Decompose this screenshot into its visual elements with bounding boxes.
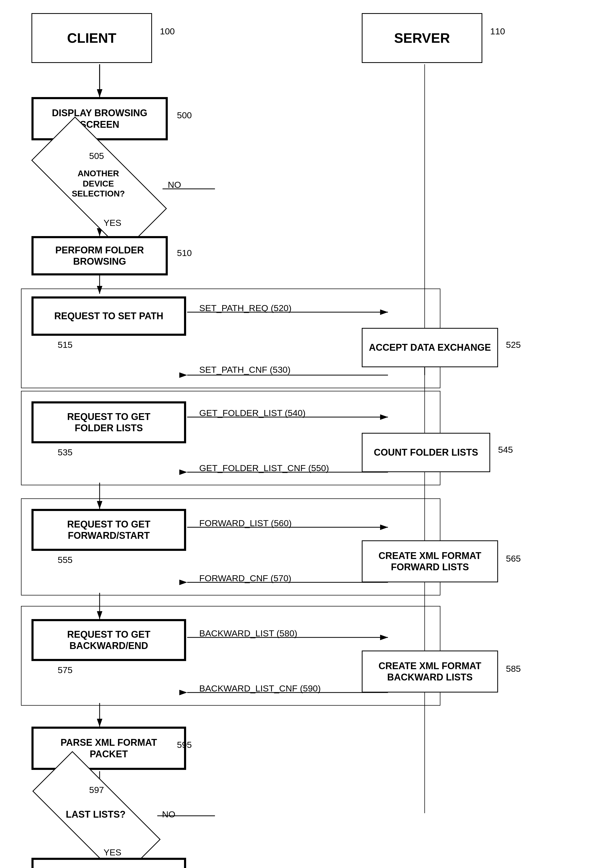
yes-label-device: YES xyxy=(103,218,121,228)
forward-cnf-label: FORWARD_CNF (570) xyxy=(199,573,291,583)
ref-545: 545 xyxy=(498,444,513,455)
create-xml-forward-box: CREATE XML FORMAT FORWARD LISTS xyxy=(362,540,498,582)
ref-515: 515 xyxy=(57,340,72,350)
perform-folder-box: PERFORM FOLDER BROWSING xyxy=(31,236,168,275)
ref-555: 555 xyxy=(57,555,72,565)
request-forward-box: REQUEST TO GET FORWARD/START xyxy=(31,509,186,551)
ref-110: 110 xyxy=(490,26,505,37)
count-folder-box: COUNT FOLDER LISTS xyxy=(362,433,490,472)
display-result-box: DISPLAY BROWSING RESULT SCREEN xyxy=(31,858,186,868)
accept-data-box: ACCEPT DATA EXCHANGE xyxy=(362,328,498,367)
request-set-path-box: REQUEST TO SET PATH xyxy=(31,297,186,336)
server-box: SERVER xyxy=(362,13,482,63)
request-get-folder-box: REQUEST TO GET FOLDER LISTS xyxy=(31,402,186,443)
client-box: CLIENT xyxy=(31,13,152,63)
yes-label-last: YES xyxy=(103,847,121,858)
ref-510: 510 xyxy=(177,248,192,258)
ref-525: 525 xyxy=(506,340,521,350)
no-label-device: NO xyxy=(168,180,181,190)
ref-585: 585 xyxy=(506,664,521,674)
create-xml-backward-box: CREATE XML FORMAT BACKWARD LISTS xyxy=(362,651,498,692)
display-browsing-box: DISPLAY BROWSING SCREEN xyxy=(31,97,168,140)
another-device-diamond: ANOTHER DEVICE SELECTION? xyxy=(34,154,162,214)
backward-list-label: BACKWARD_LIST (580) xyxy=(199,628,297,638)
forward-list-label: FORWARD_LIST (560) xyxy=(199,518,292,528)
set-path-cnf-label: SET_PATH_CNF (530) xyxy=(199,365,290,375)
ref-100: 100 xyxy=(160,26,175,37)
no-label-last: NO xyxy=(162,809,175,819)
request-backward-box: REQUEST TO GET BACKWARD/END xyxy=(31,619,186,661)
get-folder-list-cnf-label: GET_FOLDER_LIST_CNF (550) xyxy=(199,463,329,473)
get-folder-list-label: GET_FOLDER_LIST (540) xyxy=(199,408,306,418)
parse-xml-box: PARSE XML FORMAT PACKET xyxy=(31,726,186,770)
set-path-req-label: SET_PATH_REQ (520) xyxy=(199,303,292,313)
ref-565: 565 xyxy=(506,554,521,564)
ref-597: 597 xyxy=(89,785,104,795)
ref-575: 575 xyxy=(57,665,72,675)
backward-list-cnf-label: BACKWARD_LIST_CNF (590) xyxy=(199,683,321,694)
ref-505: 505 xyxy=(89,151,104,161)
ref-595: 595 xyxy=(177,740,192,750)
ref-500: 500 xyxy=(177,110,192,120)
last-lists-diamond: LAST LISTS? xyxy=(34,787,157,842)
ref-535: 535 xyxy=(57,447,72,458)
